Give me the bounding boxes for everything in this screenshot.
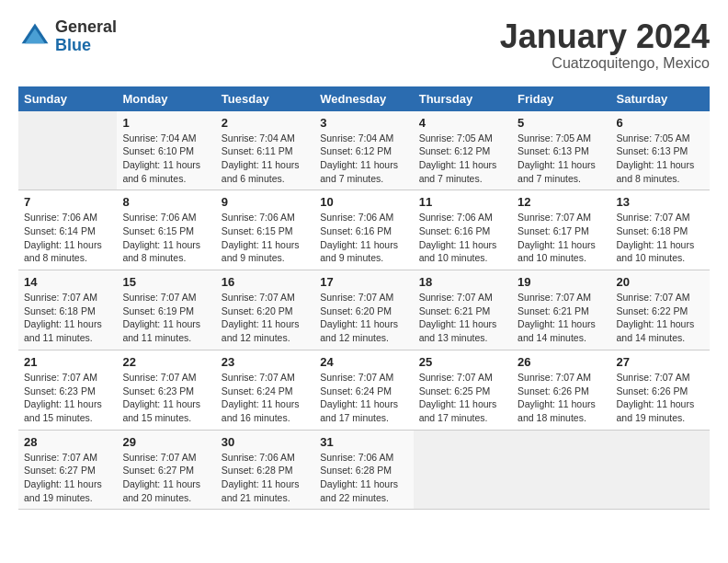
day-number: 11 [419,195,506,209]
month-title: January 2024 [500,18,710,55]
day-number: 1 [122,116,210,130]
day-info: Sunrise: 7:07 AM Sunset: 6:18 PM Dayligh… [24,291,111,345]
day-number: 12 [518,195,605,209]
calendar-cell: 31 Sunrise: 7:06 AM Sunset: 6:28 PM Dayl… [314,430,413,510]
calendar-cell [611,430,710,510]
day-info: Sunrise: 7:07 AM Sunset: 6:20 PM Dayligh… [222,291,309,345]
day-info: Sunrise: 7:07 AM Sunset: 6:23 PM Dayligh… [24,371,111,425]
header-friday: Friday [512,86,610,111]
day-info: Sunrise: 7:07 AM Sunset: 6:21 PM Dayligh… [518,291,605,345]
calendar-cell: 6 Sunrise: 7:05 AM Sunset: 6:13 PM Dayli… [611,111,710,190]
day-number: 17 [320,275,407,289]
day-number: 2 [222,116,309,130]
logo-blue-text: Blue [55,37,117,55]
day-info: Sunrise: 7:07 AM Sunset: 6:24 PM Dayligh… [320,371,407,425]
calendar-cell: 11 Sunrise: 7:06 AM Sunset: 6:16 PM Dayl… [414,190,512,270]
day-info: Sunrise: 7:07 AM Sunset: 6:19 PM Dayligh… [122,291,210,345]
title-block: January 2024 Cuatzoquitengo, Mexico [500,18,710,72]
day-number: 26 [518,355,605,369]
day-number: 10 [320,195,407,209]
day-info: Sunrise: 7:04 AM Sunset: 6:10 PM Dayligh… [122,132,210,186]
day-number: 9 [222,195,309,209]
calendar-cell: 14 Sunrise: 7:07 AM Sunset: 6:18 PM Dayl… [18,270,117,350]
day-info: Sunrise: 7:07 AM Sunset: 6:18 PM Dayligh… [617,211,704,265]
calendar-cell: 8 Sunrise: 7:06 AM Sunset: 6:15 PM Dayli… [117,190,215,270]
calendar-cell: 17 Sunrise: 7:07 AM Sunset: 6:20 PM Dayl… [314,270,413,350]
day-info: Sunrise: 7:07 AM Sunset: 6:24 PM Dayligh… [222,371,309,425]
day-info: Sunrise: 7:05 AM Sunset: 6:13 PM Dayligh… [617,132,704,186]
calendar-week-row: 21 Sunrise: 7:07 AM Sunset: 6:23 PM Dayl… [18,350,710,430]
calendar-cell: 21 Sunrise: 7:07 AM Sunset: 6:23 PM Dayl… [18,350,117,430]
day-info: Sunrise: 7:06 AM Sunset: 6:14 PM Dayligh… [24,211,111,265]
day-number: 15 [122,275,210,289]
day-number: 18 [419,275,506,289]
day-number: 8 [122,195,210,209]
calendar-cell [18,111,117,190]
calendar-cell: 10 Sunrise: 7:06 AM Sunset: 6:16 PM Dayl… [314,190,413,270]
day-info: Sunrise: 7:04 AM Sunset: 6:11 PM Dayligh… [222,132,309,186]
calendar-cell: 20 Sunrise: 7:07 AM Sunset: 6:22 PM Dayl… [611,270,710,350]
day-info: Sunrise: 7:07 AM Sunset: 6:26 PM Dayligh… [617,371,704,425]
header-saturday: Saturday [611,86,710,111]
location-text: Cuatzoquitengo, Mexico [500,55,710,72]
day-number: 30 [222,435,309,449]
weekday-header-row: Sunday Monday Tuesday Wednesday Thursday… [18,86,710,111]
day-number: 23 [222,355,309,369]
calendar-week-row: 14 Sunrise: 7:07 AM Sunset: 6:18 PM Dayl… [18,270,710,350]
calendar-cell: 2 Sunrise: 7:04 AM Sunset: 6:11 PM Dayli… [216,111,314,190]
day-info: Sunrise: 7:06 AM Sunset: 6:16 PM Dayligh… [320,211,407,265]
day-number: 20 [617,275,704,289]
day-number: 14 [24,275,111,289]
day-number: 19 [518,275,605,289]
calendar-cell: 7 Sunrise: 7:06 AM Sunset: 6:14 PM Dayli… [18,190,117,270]
day-info: Sunrise: 7:07 AM Sunset: 6:27 PM Dayligh… [24,451,111,505]
calendar-cell: 23 Sunrise: 7:07 AM Sunset: 6:24 PM Dayl… [216,350,314,430]
day-info: Sunrise: 7:06 AM Sunset: 6:15 PM Dayligh… [122,211,210,265]
day-info: Sunrise: 7:07 AM Sunset: 6:21 PM Dayligh… [419,291,506,345]
day-info: Sunrise: 7:07 AM Sunset: 6:23 PM Dayligh… [122,371,210,425]
calendar-cell: 3 Sunrise: 7:04 AM Sunset: 6:12 PM Dayli… [314,111,413,190]
calendar-cell [512,430,610,510]
day-info: Sunrise: 7:06 AM Sunset: 6:15 PM Dayligh… [222,211,309,265]
calendar-cell: 9 Sunrise: 7:06 AM Sunset: 6:15 PM Dayli… [216,190,314,270]
day-info: Sunrise: 7:07 AM Sunset: 6:20 PM Dayligh… [320,291,407,345]
day-info: Sunrise: 7:05 AM Sunset: 6:12 PM Dayligh… [419,132,506,186]
calendar-cell: 18 Sunrise: 7:07 AM Sunset: 6:21 PM Dayl… [414,270,512,350]
calendar-cell [414,430,512,510]
header-tuesday: Tuesday [216,86,314,111]
calendar-cell: 12 Sunrise: 7:07 AM Sunset: 6:17 PM Dayl… [512,190,610,270]
calendar-cell: 5 Sunrise: 7:05 AM Sunset: 6:13 PM Dayli… [512,111,610,190]
header-sunday: Sunday [18,86,117,111]
header-wednesday: Wednesday [314,86,413,111]
day-number: 25 [419,355,506,369]
calendar-body: 1 Sunrise: 7:04 AM Sunset: 6:10 PM Dayli… [18,111,710,510]
day-number: 21 [24,355,111,369]
day-number: 3 [320,116,407,130]
day-number: 27 [617,355,704,369]
calendar-cell: 4 Sunrise: 7:05 AM Sunset: 6:12 PM Dayli… [414,111,512,190]
calendar-cell: 16 Sunrise: 7:07 AM Sunset: 6:20 PM Dayl… [216,270,314,350]
calendar-cell: 1 Sunrise: 7:04 AM Sunset: 6:10 PM Dayli… [117,111,215,190]
header-thursday: Thursday [414,86,512,111]
calendar-header: Sunday Monday Tuesday Wednesday Thursday… [18,86,710,111]
calendar-cell: 15 Sunrise: 7:07 AM Sunset: 6:19 PM Dayl… [117,270,215,350]
day-info: Sunrise: 7:07 AM Sunset: 6:25 PM Dayligh… [419,371,506,425]
day-info: Sunrise: 7:07 AM Sunset: 6:17 PM Dayligh… [518,211,605,265]
calendar-week-row: 1 Sunrise: 7:04 AM Sunset: 6:10 PM Dayli… [18,111,710,190]
day-number: 13 [617,195,704,209]
calendar-cell: 13 Sunrise: 7:07 AM Sunset: 6:18 PM Dayl… [611,190,710,270]
day-number: 29 [122,435,210,449]
day-info: Sunrise: 7:07 AM Sunset: 6:22 PM Dayligh… [617,291,704,345]
calendar-cell: 26 Sunrise: 7:07 AM Sunset: 6:26 PM Dayl… [512,350,610,430]
day-info: Sunrise: 7:07 AM Sunset: 6:27 PM Dayligh… [122,451,210,505]
day-info: Sunrise: 7:06 AM Sunset: 6:28 PM Dayligh… [320,451,407,505]
calendar-cell: 28 Sunrise: 7:07 AM Sunset: 6:27 PM Dayl… [18,430,117,510]
day-number: 6 [617,116,704,130]
day-number: 28 [24,435,111,449]
header-monday: Monday [117,86,215,111]
calendar-table: Sunday Monday Tuesday Wednesday Thursday… [18,86,710,511]
calendar-cell: 24 Sunrise: 7:07 AM Sunset: 6:24 PM Dayl… [314,350,413,430]
calendar-cell: 19 Sunrise: 7:07 AM Sunset: 6:21 PM Dayl… [512,270,610,350]
day-number: 5 [518,116,605,130]
logo-text: General Blue [55,18,117,55]
